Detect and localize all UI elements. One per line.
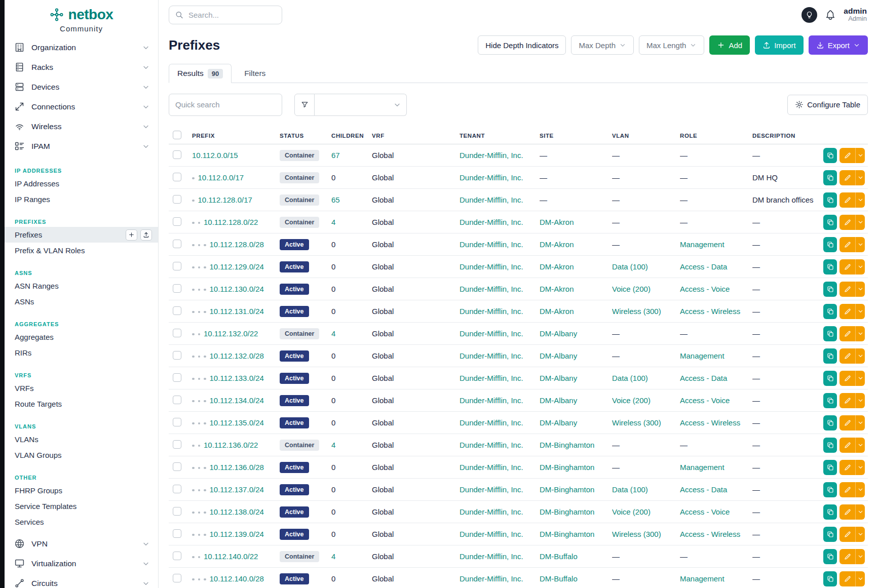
row-checkbox[interactable]: [173, 351, 181, 360]
sidebar-item-prefix-vlan-roles[interactable]: Prefix & VLAN Roles: [5, 243, 158, 258]
prefix-link[interactable]: 10.112.132.0/28: [210, 351, 264, 360]
edit-button[interactable]: [839, 170, 855, 185]
prefix-link[interactable]: 10.112.129.0/24: [210, 262, 264, 271]
site-link[interactable]: DM-Akron: [540, 262, 574, 271]
role-link[interactable]: Access - Data: [680, 262, 727, 271]
edit-dropdown-button[interactable]: [855, 326, 865, 341]
tenant-link[interactable]: Dunder-Mifflin, Inc.: [460, 195, 523, 204]
children-count-link[interactable]: 4: [331, 552, 335, 561]
export-dropdown-button[interactable]: Export: [809, 35, 868, 55]
edit-dropdown-button[interactable]: [855, 192, 865, 208]
edit-button[interactable]: [839, 527, 855, 542]
tenant-link[interactable]: Dunder-Mifflin, Inc.: [460, 396, 523, 405]
site-link[interactable]: DM-Akron: [540, 218, 574, 226]
sidebar-item-circuits[interactable]: Circuits: [5, 573, 158, 588]
row-checkbox[interactable]: [173, 306, 181, 315]
sidebar-item-vlans[interactable]: VLANs: [5, 432, 158, 447]
role-link[interactable]: Access - Data: [680, 485, 727, 494]
search-input[interactable]: [169, 6, 282, 24]
site-link[interactable]: DM-Binghamton: [540, 507, 594, 516]
edit-button[interactable]: [839, 348, 855, 364]
prefix-link[interactable]: 10.112.131.0/24: [210, 307, 264, 316]
row-checkbox[interactable]: [173, 195, 181, 204]
copy-button[interactable]: [823, 482, 837, 497]
edit-button[interactable]: [839, 504, 855, 520]
prefix-link[interactable]: 10.112.139.0/24: [210, 530, 264, 538]
sidebar-item-services[interactable]: Services: [5, 514, 158, 530]
edit-button[interactable]: [839, 438, 855, 453]
sidebar-item-wireless[interactable]: Wireless: [5, 116, 158, 136]
role-link[interactable]: Access - Voice: [680, 507, 730, 516]
copy-button[interactable]: [823, 192, 837, 208]
import-button[interactable]: [140, 229, 152, 241]
copy-button[interactable]: [823, 527, 837, 542]
row-checkbox[interactable]: [173, 574, 181, 582]
row-checkbox[interactable]: [173, 217, 181, 226]
edit-button[interactable]: [839, 460, 855, 475]
prefix-link[interactable]: 10.112.0.0/15: [192, 151, 238, 160]
role-link[interactable]: Access - Wireless: [680, 307, 740, 316]
site-link[interactable]: DM-Buffalo: [540, 552, 578, 561]
row-checkbox[interactable]: [173, 284, 181, 293]
edit-dropdown-button[interactable]: [855, 571, 865, 586]
edit-button[interactable]: [839, 304, 855, 319]
site-link[interactable]: DM-Binghamton: [540, 463, 594, 472]
edit-button[interactable]: [839, 259, 855, 275]
tenant-link[interactable]: Dunder-Mifflin, Inc.: [460, 485, 523, 494]
sidebar-item-vrfs[interactable]: VRFs: [5, 380, 158, 396]
tenant-link[interactable]: Dunder-Mifflin, Inc.: [460, 307, 523, 316]
user-menu[interactable]: admin Admin: [844, 7, 867, 23]
tenant-link[interactable]: Dunder-Mifflin, Inc.: [460, 530, 523, 538]
sidebar-item-asns[interactable]: ASNs: [5, 294, 158, 309]
tenant-link[interactable]: Dunder-Mifflin, Inc.: [460, 441, 523, 449]
row-checkbox[interactable]: [173, 173, 181, 181]
role-link[interactable]: Access - Voice: [680, 285, 730, 293]
tenant-link[interactable]: Dunder-Mifflin, Inc.: [460, 574, 523, 583]
row-checkbox[interactable]: [173, 262, 181, 270]
header-cell-status[interactable]: STATUS: [280, 133, 331, 139]
edit-dropdown-button[interactable]: [855, 482, 865, 497]
prefix-link[interactable]: 10.112.137.0/24: [210, 485, 264, 494]
tenant-link[interactable]: Dunder-Mifflin, Inc.: [460, 218, 523, 226]
tenant-link[interactable]: Dunder-Mifflin, Inc.: [460, 374, 523, 382]
edit-dropdown-button[interactable]: [855, 170, 865, 185]
tab-filters[interactable]: Filters: [236, 64, 274, 83]
sidebar-item-ip-ranges[interactable]: IP Ranges: [5, 191, 158, 207]
edit-dropdown-button[interactable]: [855, 304, 865, 319]
edit-button[interactable]: [839, 482, 855, 497]
tenant-link[interactable]: Dunder-Mifflin, Inc.: [460, 262, 523, 271]
sidebar-item-devices[interactable]: Devices: [5, 77, 158, 97]
row-checkbox[interactable]: [173, 440, 181, 449]
add-button[interactable]: Add: [709, 35, 750, 55]
copy-button[interactable]: [823, 348, 837, 364]
edit-dropdown-button[interactable]: [855, 371, 865, 386]
sidebar-item-organization[interactable]: Organization: [5, 37, 158, 57]
configure-table-button[interactable]: Configure Table: [787, 95, 868, 115]
edit-dropdown-button[interactable]: [855, 148, 865, 163]
role-link[interactable]: Management: [680, 574, 724, 583]
edit-button[interactable]: [839, 415, 855, 430]
role-link[interactable]: Management: [680, 240, 724, 249]
copy-button[interactable]: [823, 438, 837, 453]
children-count-link[interactable]: 4: [331, 329, 335, 338]
row-checkbox[interactable]: [173, 373, 181, 382]
prefix-link[interactable]: 10.112.128.0/22: [204, 218, 258, 226]
tenant-link[interactable]: Dunder-Mifflin, Inc.: [460, 418, 523, 427]
sidebar-item-racks[interactable]: Racks: [5, 57, 158, 77]
vlan-link[interactable]: Data (100): [612, 485, 648, 494]
edit-dropdown-button[interactable]: [855, 504, 865, 520]
site-link[interactable]: DM-Albany: [540, 329, 577, 338]
row-checkbox[interactable]: [173, 240, 181, 248]
tenant-link[interactable]: Dunder-Mifflin, Inc.: [460, 329, 523, 338]
vlan-link[interactable]: Voice (200): [612, 507, 651, 516]
tenant-link[interactable]: Dunder-Mifflin, Inc.: [460, 151, 523, 160]
vlan-link[interactable]: Wireless (300): [612, 418, 661, 427]
copy-button[interactable]: [823, 259, 837, 275]
edit-dropdown-button[interactable]: [855, 415, 865, 430]
site-link[interactable]: DM-Akron: [540, 307, 574, 316]
prefix-link[interactable]: 10.112.133.0/24: [210, 374, 264, 382]
edit-button[interactable]: [839, 237, 855, 252]
hide-depth-indicators-button[interactable]: Hide Depth Indicators: [478, 35, 566, 55]
edit-button[interactable]: [839, 549, 855, 564]
children-count-link[interactable]: 4: [331, 441, 335, 449]
